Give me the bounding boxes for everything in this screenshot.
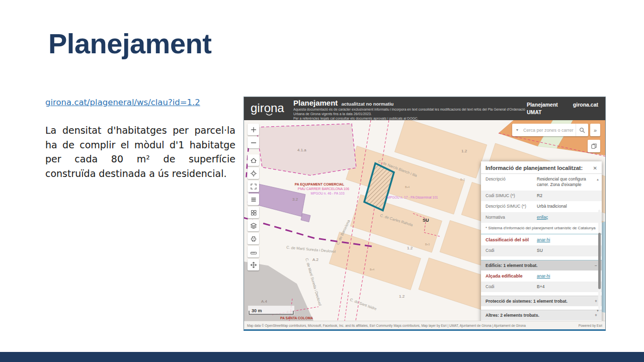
- search-input[interactable]: [522, 127, 576, 133]
- girona-logo-icon: girona: [249, 101, 288, 117]
- pan-button[interactable]: [248, 259, 259, 270]
- legend-button[interactable]: [248, 194, 259, 205]
- table-row: Descripció Residencial que configura car…: [481, 174, 602, 191]
- expand-icon: [250, 183, 257, 190]
- panel-scrollbar[interactable]: [598, 210, 601, 309]
- zone-su-label: SU: [423, 218, 429, 223]
- zoom-out-button[interactable]: [248, 137, 259, 148]
- zone-41a-label: 4.1.a: [297, 148, 306, 152]
- row-value: Urbà tradicional: [537, 204, 593, 209]
- table-row: Codi B+4: [481, 282, 602, 292]
- zone-12-label: 1.2: [407, 246, 413, 250]
- annotation-pa-equipament: PA EQUIPAMENT COMERCIAL: [295, 183, 344, 187]
- measure-button[interactable]: [248, 246, 259, 257]
- group-header-label: Protecció de sistemes: 1 element trobat.: [486, 299, 568, 304]
- source-link[interactable]: girona.cat/plageneral/ws/clau?id=1.2: [45, 98, 200, 107]
- header-site-link[interactable]: girona.cat: [573, 102, 598, 108]
- grid-icon: [250, 209, 257, 216]
- zone-32-label: 3.2: [292, 197, 298, 202]
- annotation-mpgou-46: MPGOU n. 46 - PA 103: [310, 192, 344, 195]
- girona-logo[interactable]: girona: [244, 97, 293, 120]
- search-icon: [579, 127, 585, 133]
- panel-title: Informació de planejament localitzat:: [486, 165, 583, 171]
- home-button[interactable]: [248, 154, 259, 166]
- simuc-footnote: * Sistema d'informació del planejament u…: [481, 223, 602, 234]
- svg-text:girona: girona: [251, 101, 284, 115]
- expand-icon[interactable]: +: [595, 313, 597, 318]
- header-app-name: Planejament: [527, 102, 558, 108]
- row-value: Residencial que configura carrer. Zona d…: [537, 176, 593, 188]
- table-row: Codi SIMUC (*) R2: [481, 191, 602, 201]
- zone-a4-label: A.4: [261, 299, 268, 304]
- map-toolbar: [248, 124, 259, 270]
- annotation-pa-santa-coloma: PA SANTA COLOMA: [280, 316, 313, 320]
- zoom-in-button[interactable]: [248, 124, 259, 135]
- scroll-down-icon[interactable]: ▼: [596, 309, 599, 312]
- scrollbar-thumb[interactable]: [598, 233, 601, 289]
- alcada-goto-link[interactable]: anar-hi: [537, 274, 550, 279]
- layers-button[interactable]: [248, 220, 259, 231]
- header-right: Planejament UMAT girona.cat: [527, 97, 605, 115]
- plus-icon: [250, 126, 257, 133]
- disclaimer-line-1: Aquesta documentació és de caràcter excl…: [293, 108, 527, 117]
- scale-label: 30 m: [252, 308, 262, 313]
- print-button[interactable]: [248, 233, 259, 244]
- header-org-name: UMAT: [527, 109, 558, 115]
- scale-bar: 30 m: [248, 306, 294, 315]
- edificis-group-header[interactable]: Edificis: 1 element trobat. −: [481, 260, 602, 270]
- search-box: ▾: [512, 124, 588, 136]
- basemap-gallery-button[interactable]: [248, 207, 259, 218]
- zone-12-label: 1.2: [461, 149, 467, 153]
- pan-arrows-icon: [250, 261, 257, 268]
- proteccio-group-header[interactable]: Protecció de sistemes: 1 element trobat.…: [481, 296, 602, 306]
- group-header-label: Altres: 2 elements trobats.: [486, 313, 539, 318]
- header-main: Planejament actualitzat no normatiu Aque…: [293, 97, 527, 121]
- row-label: Codi: [486, 248, 537, 253]
- planning-info-panel: Informació de planejament localitzat: ✕ …: [481, 161, 602, 321]
- page-title: Planejament: [48, 27, 211, 60]
- row-value: SU: [537, 248, 593, 253]
- classificacio-section-row: Classificació del sòl anar-hi: [481, 234, 602, 245]
- body-paragraph: La densitat d'habitatges per parcel·la h…: [45, 123, 235, 180]
- scroll-up-icon[interactable]: ▲: [596, 178, 599, 181]
- zone-12-label: 1.2: [399, 294, 405, 299]
- row-value: R2: [537, 193, 593, 199]
- building-code-label: B+2: [460, 178, 465, 181]
- locate-button[interactable]: [248, 167, 259, 179]
- app-title: Planejament: [293, 99, 338, 107]
- search-filter-caret-icon[interactable]: ▾: [512, 128, 522, 132]
- building-code-label: B+4: [370, 268, 374, 271]
- search-area: ▾ »: [512, 124, 600, 136]
- altres-group-header[interactable]: Altres: 2 elements trobats. +: [481, 310, 602, 320]
- map-attribution-bar: Map data © OpenStreetMap contributors, M…: [244, 321, 605, 329]
- normativa-link[interactable]: enllaç: [537, 215, 548, 220]
- row-value: B+4: [537, 284, 593, 290]
- group-header-label: Edificis: 1 element trobat.: [486, 263, 537, 268]
- ruler-icon: [250, 248, 257, 255]
- expand-icon[interactable]: +: [595, 299, 597, 304]
- search-submit-button[interactable]: [576, 124, 588, 136]
- building-code-label: B+4: [405, 186, 410, 189]
- row-label: Normativa: [486, 215, 537, 220]
- powered-by-esri: Powered by Esri: [579, 324, 602, 327]
- default-extent-button[interactable]: [248, 180, 259, 192]
- attribution-text: Map data © OpenStreetMap contributors, M…: [247, 324, 526, 327]
- building-code-label: B+3: [425, 243, 430, 246]
- zone-a2-label: A.2: [312, 257, 319, 262]
- map-viewport: C. de Narcís Blanch i Illa C. de Carles …: [244, 120, 605, 321]
- row-label: Codi: [486, 284, 537, 290]
- basemap-toggle-button[interactable]: [588, 140, 600, 152]
- annotation-pmu-carrer: PMU CARRER BARCELONA 106: [298, 187, 349, 191]
- classificacio-goto-link[interactable]: anar-hi: [537, 237, 550, 242]
- row-label: Codi SIMUC (*): [486, 193, 537, 199]
- alcada-label: Alçada edificable: [486, 274, 537, 279]
- pages-icon: [591, 143, 597, 149]
- table-row: Normativa enllaç: [481, 212, 602, 223]
- panel-footer: Aplica el zoom a Google Street View: [481, 320, 602, 321]
- row-label: Descripció: [486, 176, 537, 188]
- layers-icon: [250, 222, 257, 229]
- close-icon[interactable]: ✕: [593, 165, 597, 171]
- printer-icon: [250, 235, 257, 242]
- collapse-icon[interactable]: −: [595, 263, 597, 268]
- collapse-search-button[interactable]: »: [590, 124, 600, 136]
